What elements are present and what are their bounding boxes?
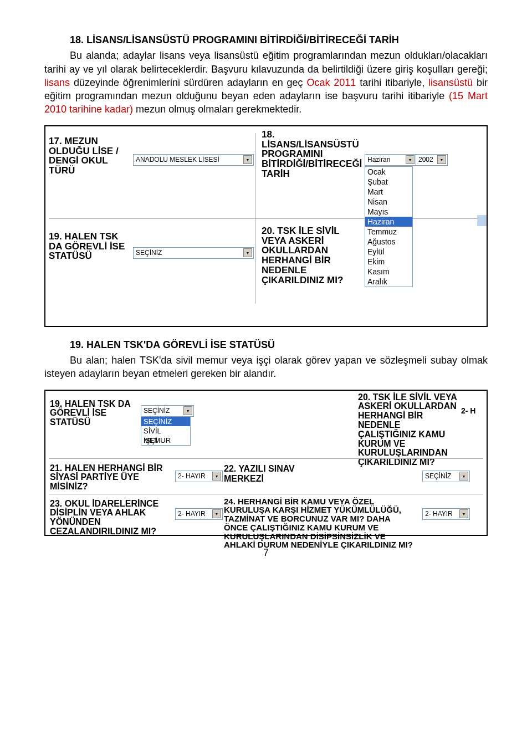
select-q19b[interactable]: SEÇİNİZ▾ bbox=[141, 405, 194, 417]
label-q19: 19. HALEN TSK DA GÖREVLİ İSE STATÜSÜ bbox=[49, 232, 130, 262]
label-q19b: 19. HALEN TSK DA GÖREVLİ İSE STATÜSÜ bbox=[50, 400, 136, 427]
select-q18-month[interactable]: Haziran▾ bbox=[365, 154, 416, 166]
section-18-body: Bu alanda; adaylar lisans veya lisansüst… bbox=[44, 49, 488, 116]
option-Eylül[interactable]: Eylül bbox=[365, 247, 412, 257]
screenshot-2: 19. HALEN TSK DA GÖREVLİ İSE STATÜSÜ SEÇ… bbox=[44, 390, 488, 536]
select-q24[interactable]: 2- HAYIR▾ bbox=[422, 508, 470, 520]
label-q24: 24. HERHANGİ BİR KAMU VEYA ÖZEL KURULUŞA… bbox=[224, 497, 416, 550]
section-18-title: 18. LİSANS/LİSANSÜSTÜ PROGRAMINI BİTİRDİ… bbox=[70, 34, 399, 45]
scrollbar[interactable] bbox=[477, 215, 487, 226]
chevron-down-icon: ▾ bbox=[183, 406, 192, 415]
select-q23[interactable]: 2- HAYIR▾ bbox=[175, 508, 223, 520]
section-19-heading: 19. HALEN TSK'DA GÖREVLİ İSE STATÜSÜ bbox=[44, 338, 488, 351]
label-q20b: 20. TSK İLE SİVİL VEYA ASKERİ OKULLARDAN… bbox=[358, 393, 458, 467]
option-Haziran[interactable]: Haziran bbox=[365, 217, 412, 227]
option-Ekim[interactable]: Ekim bbox=[365, 257, 412, 267]
select-q21[interactable]: 2- HAYIR▾ bbox=[175, 471, 223, 482]
select-q22[interactable]: SEÇİNİZ▾ bbox=[422, 471, 470, 482]
option-Ağustos[interactable]: Ağustos bbox=[365, 237, 412, 247]
chevron-down-icon: ▾ bbox=[243, 248, 252, 257]
select-q19[interactable]: SEÇİNİZ▾ bbox=[133, 247, 254, 259]
screenshot-1: 17. MEZUN OLDUĞU LİSE / DENGİ OKUL TÜRÜ … bbox=[44, 125, 488, 327]
option-Aralık[interactable]: Aralık bbox=[365, 277, 412, 287]
divider bbox=[49, 494, 483, 494]
option-Ocak[interactable]: Ocak bbox=[365, 167, 412, 177]
section-18-heading: 18. LİSANS/LİSANSÜSTÜ PROGRAMINI BİTİRDİ… bbox=[44, 33, 488, 47]
divider bbox=[49, 218, 483, 219]
label-q20: 20. TSK İLE SİVİL VEYA ASKERİ OKULLARDAN… bbox=[262, 226, 361, 285]
option-Temmuz[interactable]: Temmuz bbox=[365, 227, 412, 237]
option-Mayıs[interactable]: Mayıs bbox=[365, 207, 412, 217]
label-q17: 17. MEZUN OLDUĞU LİSE / DENGİ OKUL TÜRÜ bbox=[49, 136, 130, 176]
select-q17[interactable]: ANADOLU MESLEK LİSESİ▾ bbox=[133, 154, 254, 166]
divider bbox=[49, 458, 483, 459]
vertical-divider bbox=[255, 133, 255, 304]
select-q18-year[interactable]: 2002▾ bbox=[416, 154, 448, 166]
chevron-down-icon: ▾ bbox=[212, 472, 221, 481]
section-19-title: 19. HALEN TSK'DA GÖREVLİ İSE STATÜSÜ bbox=[70, 339, 275, 350]
option-SEÇİNİZ[interactable]: SEÇİNİZ bbox=[141, 417, 190, 426]
value-q20b: 2- H bbox=[461, 406, 475, 415]
dropdown-months[interactable]: OcakŞubatMartNisanMayısHaziranTemmuzAğus… bbox=[365, 166, 413, 287]
label-q21: 21. HALEN HERHANGİ BİR SİYASİ PARTİYE ÜY… bbox=[50, 464, 172, 492]
chevron-down-icon: ▾ bbox=[459, 509, 468, 518]
label-q18: 18. LİSANS/LİSANSÜSTÜ PROGRAMINI BİTİRDİ… bbox=[262, 130, 361, 179]
chevron-down-icon: ▾ bbox=[212, 509, 221, 518]
option-Nisan[interactable]: Nisan bbox=[365, 197, 412, 207]
label-q23: 23. OKUL İDARELERİNCE DİSİPLİN VEYA AHLA… bbox=[50, 499, 172, 537]
option-Mart[interactable]: Mart bbox=[365, 187, 412, 197]
option-Şubat[interactable]: Şubat bbox=[365, 177, 412, 187]
chevron-down-icon: ▾ bbox=[243, 155, 252, 164]
dropdown-q19b[interactable]: SEÇİNİZSİVİL MEMURİŞÇİ bbox=[141, 416, 191, 446]
option-Kasım[interactable]: Kasım bbox=[365, 267, 412, 277]
label-q22: 22. YAZILI SINAV MERKEZİ bbox=[224, 464, 335, 484]
chevron-down-icon: ▾ bbox=[406, 155, 415, 164]
chevron-down-icon: ▾ bbox=[437, 155, 446, 164]
option-SİVİL MEMUR[interactable]: SİVİL MEMUR bbox=[141, 426, 190, 436]
chevron-down-icon: ▾ bbox=[459, 472, 468, 481]
section-19-body: Bu alan; halen TSK'da sivil memur veya i… bbox=[44, 354, 488, 381]
